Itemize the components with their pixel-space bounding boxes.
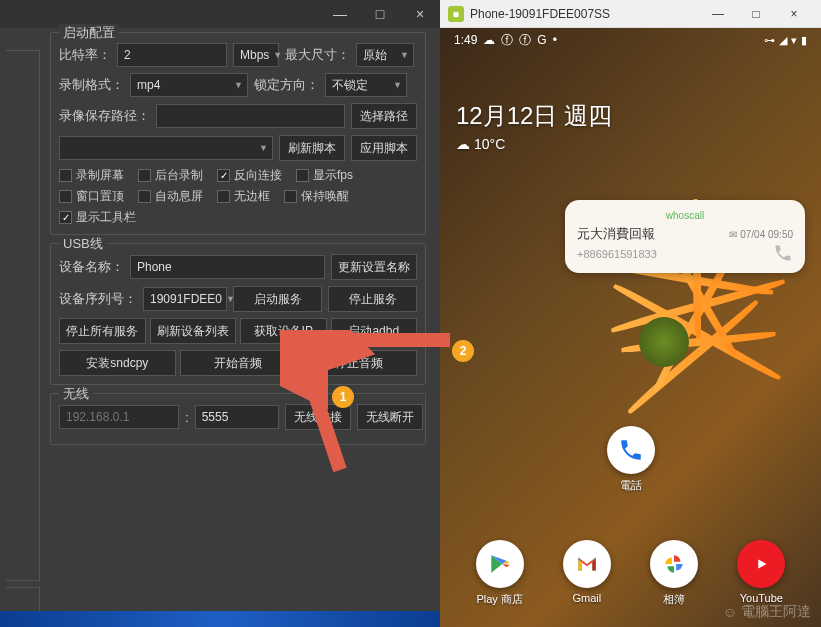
apply-script-button[interactable]: 应用脚本 xyxy=(351,135,417,161)
install-sndcpy-button[interactable]: 安装sndcpy xyxy=(59,350,176,376)
app-play-store[interactable]: Play 商店 xyxy=(476,540,524,607)
vpn-icon: ⊶ xyxy=(764,34,775,47)
recfmt-select[interactable]: mp4▼ xyxy=(130,73,248,97)
mail-icon: ✉ xyxy=(729,229,737,240)
phone-window: Phone-19091FDEE007SS — □ × 1:49 ☁ ⓕ ⓕ G … xyxy=(440,0,821,627)
wireless-group: 无线 : 无线连接 无线断开 xyxy=(50,393,426,445)
phone-app-single: 電話 xyxy=(440,426,821,493)
wireless-ip-input[interactable] xyxy=(59,405,179,429)
right-titlebar: Phone-19091FDEE007SS — □ × xyxy=(440,0,821,28)
stop-audio-button[interactable]: 停止音频 xyxy=(300,350,417,376)
signal-icon: ◢ xyxy=(779,34,787,47)
keepawake-checkbox[interactable] xyxy=(284,190,297,203)
lockdir-label: 锁定方向： xyxy=(254,76,319,94)
date-widget[interactable]: 12月12日 週四 ☁10°C xyxy=(456,100,612,152)
legend-wireless: 无线 xyxy=(59,385,93,403)
showfps-label: 显示fps xyxy=(313,167,353,184)
recscreen-checkbox[interactable] xyxy=(59,169,72,182)
refresh-script-button[interactable]: 刷新脚本 xyxy=(279,135,345,161)
notification-card[interactable]: whoscall 元大消費回報 ✉ 07/04 09:50 +886961591… xyxy=(565,200,805,273)
svg-point-1 xyxy=(457,11,458,12)
showfps-checkbox[interactable] xyxy=(296,169,309,182)
phone-close-button[interactable]: × xyxy=(775,4,813,24)
noborder-checkbox[interactable] xyxy=(217,190,230,203)
start-adbd-button[interactable]: 启动adbd xyxy=(331,318,418,344)
notif-time: 07/04 09:50 xyxy=(740,229,793,240)
start-audio-button[interactable]: 开始音频 xyxy=(180,350,297,376)
date-text: 12月12日 週四 xyxy=(456,100,612,132)
dot-icon: • xyxy=(553,33,557,47)
maxsize-label: 最大尺寸： xyxy=(285,46,350,64)
serial-select[interactable]: 19091FDEE0▼ xyxy=(143,287,227,311)
background-checkbox[interactable] xyxy=(138,169,151,182)
phone-screen[interactable]: 1:49 ☁ ⓕ ⓕ G • ⊶ ◢ ▾ ▮ 12月12日 週四 ☁10°C w… xyxy=(440,28,821,627)
get-ip-button[interactable]: 获取设备IP xyxy=(240,318,327,344)
app-photos-label: 相簿 xyxy=(663,592,685,607)
lockdir-select[interactable]: 不锁定▼ xyxy=(325,73,407,97)
keepawake-label: 保持唤醒 xyxy=(301,188,349,205)
phone-icon[interactable] xyxy=(773,243,793,263)
refresh-list-button[interactable]: 刷新设备列表 xyxy=(150,318,237,344)
maxsize-select[interactable]: 原始▼ xyxy=(356,43,414,67)
recpath-input[interactable] xyxy=(156,104,345,128)
battery-icon: ▮ xyxy=(801,34,807,47)
choose-path-button[interactable]: 选择路径 xyxy=(351,103,417,129)
stop-all-button[interactable]: 停止所有服务 xyxy=(59,318,146,344)
notif-title: 元大消費回報 xyxy=(577,225,655,243)
app-youtube[interactable]: YouTube xyxy=(737,540,785,607)
wireless-disconnect-button[interactable]: 无线断开 xyxy=(357,404,423,430)
bitrate-unit-select[interactable]: Mbps▼ xyxy=(233,43,279,67)
minimize-button[interactable]: — xyxy=(320,0,360,28)
weather-icon: ☁ xyxy=(456,136,470,152)
topmost-checkbox[interactable] xyxy=(59,190,72,203)
annotation-badge-2: 2 xyxy=(452,340,474,362)
legend-startup: 启动配置 xyxy=(59,24,119,42)
close-button[interactable]: × xyxy=(400,0,440,28)
app-play-label: Play 商店 xyxy=(476,592,522,607)
android-icon xyxy=(448,6,464,22)
showtoolbar-checkbox[interactable]: ✓ xyxy=(59,211,72,224)
photos-icon xyxy=(650,540,698,588)
maximize-button[interactable]: □ xyxy=(360,0,400,28)
stop-service-button[interactable]: 停止服务 xyxy=(328,286,417,312)
svg-point-0 xyxy=(454,11,455,12)
start-service-button[interactable]: 启动服务 xyxy=(233,286,322,312)
app-phone-label: 電話 xyxy=(620,478,642,493)
background-label: 后台录制 xyxy=(155,167,203,184)
facebook-icon: ⓕ xyxy=(501,32,513,49)
phone-maximize-button[interactable]: □ xyxy=(737,4,775,24)
phone-app-icon xyxy=(607,426,655,474)
edge-box[interactable] xyxy=(6,50,40,581)
config-window: — □ × 启动配置 比特率： Mbps▼ 最大尺寸： 原始▼ 录制格式： mp… xyxy=(0,0,440,627)
notif-brand: whoscall xyxy=(577,210,793,221)
wireless-port-input[interactable] xyxy=(195,405,279,429)
wifi-icon: ▾ xyxy=(791,34,797,47)
app-photos[interactable]: 相簿 xyxy=(650,540,698,607)
bitrate-label: 比特率： xyxy=(59,46,111,64)
script-select[interactable]: ▼ xyxy=(59,136,273,160)
watermark-text: 電腦王阿達 xyxy=(741,603,811,621)
bitrate-input[interactable] xyxy=(117,43,227,67)
app-gmail-label: Gmail xyxy=(573,592,602,604)
devname-label: 设备名称： xyxy=(59,258,124,276)
status-bar: 1:49 ☁ ⓕ ⓕ G • ⊶ ◢ ▾ ▮ xyxy=(440,28,821,52)
watermark: ☺ 電腦王阿達 xyxy=(723,603,811,621)
youtube-icon xyxy=(737,540,785,588)
phone-minimize-button[interactable]: — xyxy=(699,4,737,24)
google-icon: G xyxy=(537,33,546,47)
autosleep-label: 自动息屏 xyxy=(155,188,203,205)
left-edge-tabs xyxy=(6,50,40,617)
showtoolbar-label: 显示工具栏 xyxy=(76,209,136,226)
topmost-label: 窗口置顶 xyxy=(76,188,124,205)
annotation-badge-1: 1 xyxy=(332,386,354,408)
autosleep-checkbox[interactable] xyxy=(138,190,151,203)
reverse-label: 反向连接 xyxy=(234,167,282,184)
devname-input[interactable] xyxy=(130,255,325,279)
app-gmail[interactable]: Gmail xyxy=(563,540,611,607)
noborder-label: 无边框 xyxy=(234,188,270,205)
phone-window-title: Phone-19091FDEE007SS xyxy=(470,7,699,21)
update-name-button[interactable]: 更新设置名称 xyxy=(331,254,417,280)
reverse-checkbox[interactable]: ✓ xyxy=(217,169,230,182)
gmail-icon xyxy=(563,540,611,588)
app-phone[interactable]: 電話 xyxy=(607,426,655,493)
